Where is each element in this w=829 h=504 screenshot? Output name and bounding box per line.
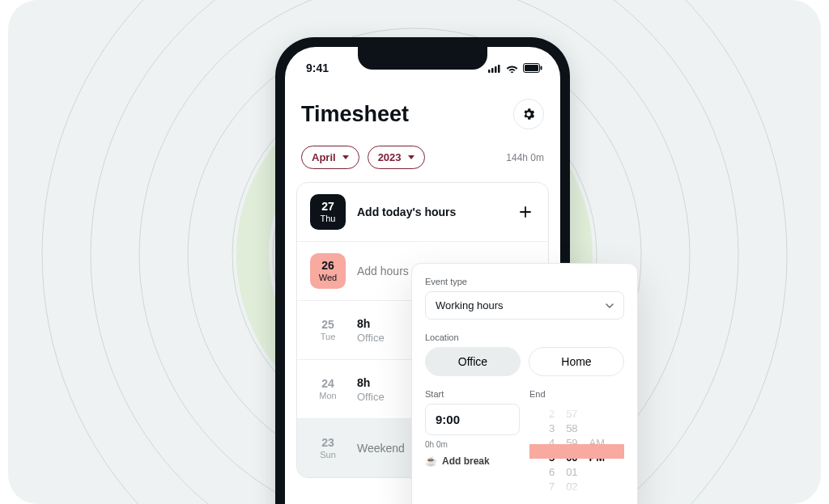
add-break-label: Add break xyxy=(442,455,490,467)
caret-down-icon xyxy=(342,155,349,159)
duration-text: 0h 0m xyxy=(425,440,520,449)
chevron-down-icon xyxy=(606,303,614,308)
day-row-today[interactable]: 27 Thu Add today's hours xyxy=(297,183,548,241)
start-label: Start xyxy=(425,389,520,399)
coffee-icon: ☕ xyxy=(425,455,437,467)
svg-rect-11 xyxy=(498,65,500,73)
add-hours-popover: Event type Working hours Location Office… xyxy=(411,263,638,504)
day-box: 24 Mon xyxy=(310,371,346,407)
page-title: Timesheet xyxy=(301,102,409,127)
hero-canvas: 9:41 Timesheet April 202 xyxy=(8,0,821,504)
plus-icon xyxy=(519,205,532,218)
caret-down-icon xyxy=(408,155,414,159)
total-hours: 144h 0m xyxy=(506,152,544,163)
row-label: Add today's hours xyxy=(357,205,504,218)
month-label: April xyxy=(312,151,336,163)
svg-rect-14 xyxy=(541,66,542,70)
event-type-label: Event type xyxy=(425,277,624,286)
cellular-icon xyxy=(488,64,501,73)
year-label: 2023 xyxy=(378,151,402,163)
svg-rect-8 xyxy=(488,70,491,73)
add-break-button[interactable]: ☕ Add break xyxy=(425,455,520,467)
event-type-select[interactable]: Working hours xyxy=(425,291,624,320)
gear-icon xyxy=(521,107,536,121)
day-box: 23 Sun xyxy=(310,430,346,466)
add-hours-button[interactable] xyxy=(516,202,535,222)
location-home-button[interactable]: Home xyxy=(529,347,624,376)
wheel-selection-band xyxy=(529,444,624,459)
status-time: 9:41 xyxy=(306,61,329,74)
wifi-icon xyxy=(506,64,518,73)
filters-row: April 2023 144h 0m xyxy=(285,134,560,182)
event-type-value: Working hours xyxy=(436,299,504,311)
location-office-button[interactable]: Office xyxy=(425,347,521,376)
svg-rect-13 xyxy=(525,65,538,71)
day-box: 27 Thu xyxy=(310,194,346,230)
start-time-input[interactable]: 9:00 xyxy=(425,404,520,435)
settings-button[interactable] xyxy=(513,99,544,129)
battery-icon xyxy=(523,63,542,73)
svg-rect-9 xyxy=(491,68,494,73)
day-box: 26 Wed xyxy=(310,253,346,289)
month-picker[interactable]: April xyxy=(301,146,359,169)
location-label: Location xyxy=(425,332,624,342)
svg-rect-10 xyxy=(495,66,497,73)
phone-notch xyxy=(358,47,487,70)
end-label: End xyxy=(529,389,624,399)
day-box: 25 Tue xyxy=(310,312,346,348)
year-picker[interactable]: 2023 xyxy=(368,146,425,169)
end-time-wheel[interactable]: 2 3 4 5 6 7 8 57 58 59 00 xyxy=(529,404,624,499)
